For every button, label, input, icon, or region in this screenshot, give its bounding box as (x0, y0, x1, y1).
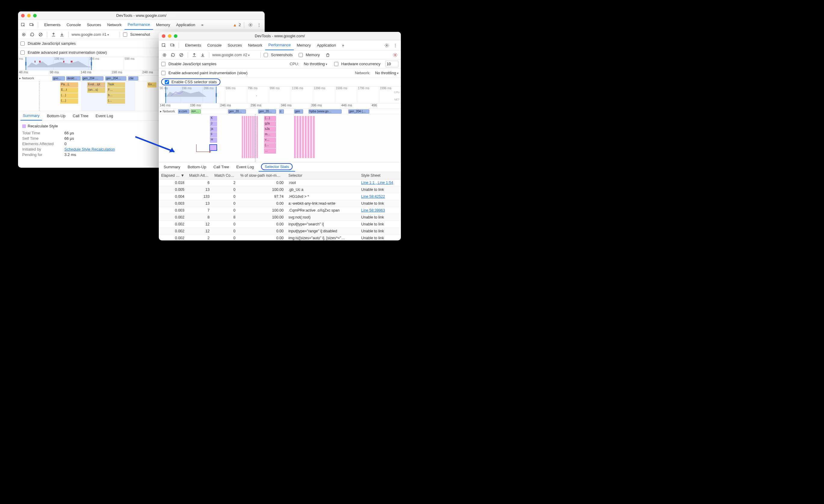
close-icon[interactable] (162, 34, 166, 38)
record-icon[interactable] (20, 31, 27, 38)
session-select[interactable]: www.google.com #2 (212, 52, 258, 57)
col-match-count[interactable]: Match Co… (212, 172, 238, 179)
screenshots-label: Screenshots (271, 52, 293, 57)
hw-concurrency-checkbox[interactable] (334, 62, 338, 66)
minimize-icon[interactable] (27, 14, 31, 17)
tab-sources[interactable]: Sources (84, 20, 104, 30)
table-row[interactable]: 0.005130100.00.gb_Uc aUnable to link (159, 186, 401, 193)
initiated-by-link[interactable]: Schedule Style Recalculation (64, 147, 115, 151)
settings-icon[interactable] (247, 22, 254, 28)
network-row[interactable]: ▸ Network e.com m=… gen_20… gen_20… c ge… (159, 109, 401, 114)
gc-icon[interactable] (324, 52, 331, 58)
tab-application[interactable]: Application (314, 40, 339, 50)
minimize-icon[interactable] (168, 34, 172, 38)
detail-tab-eventlog[interactable]: Event Log (234, 162, 256, 171)
table-row[interactable]: 0.0021200.00input[type="search" i]Unable… (159, 221, 401, 228)
reload-icon[interactable] (29, 31, 35, 38)
tab-elements[interactable]: Elements (41, 20, 64, 30)
device-icon[interactable] (169, 42, 176, 49)
screenshots-checkbox[interactable] (264, 53, 268, 57)
zoom-icon[interactable] (174, 34, 178, 38)
tab-memory[interactable]: Memory (294, 40, 314, 50)
overview-handle-right[interactable] (215, 87, 217, 103)
disable-js-label: Disable JavaScript samples (28, 41, 76, 46)
more-icon[interactable]: ⋮ (255, 22, 262, 28)
tab-elements[interactable]: Elements (182, 40, 204, 50)
disable-js-checkbox[interactable] (161, 62, 166, 66)
issues-count[interactable]: 2 (239, 22, 241, 27)
device-icon[interactable] (28, 22, 35, 28)
detail-tab-bottomup[interactable]: Bottom-Up (185, 162, 209, 171)
tab-network[interactable]: Network (104, 20, 125, 30)
summary-heading: Recalculate Style (28, 124, 58, 128)
tab-memory[interactable]: Memory (153, 20, 173, 30)
inspect-icon[interactable] (20, 22, 26, 28)
tab-overflow-icon[interactable]: » (198, 20, 206, 30)
tab-network[interactable]: Network (245, 40, 266, 50)
detail-tab-summary[interactable]: Summary (20, 111, 42, 121)
inspect-icon[interactable] (161, 42, 167, 49)
perf-settings-row-2: Enable advanced paint instrumentation (s… (159, 69, 401, 78)
tab-application[interactable]: Application (173, 20, 199, 30)
session-select[interactable]: www.google.com #1 (72, 32, 117, 37)
upload-icon[interactable] (191, 52, 198, 58)
cpu-throttle-select[interactable]: No throttling (304, 61, 327, 66)
memory-checkbox[interactable] (299, 53, 303, 57)
stylesheet-link[interactable]: Line 58:42522 (361, 195, 385, 199)
clear-icon[interactable] (178, 52, 185, 58)
detail-tab-eventlog[interactable]: Event Log (93, 111, 116, 121)
table-row[interactable]: 0.0031300.00a:-webkit-any-link:read-writ… (159, 200, 401, 207)
screenshots-checkbox[interactable] (123, 32, 127, 37)
more-icon[interactable]: ⋮ (392, 42, 399, 49)
tab-performance[interactable]: Performance (124, 20, 153, 30)
stylesheet-link[interactable]: Line 1:1 , Line 1:54 (361, 180, 393, 185)
table-row[interactable]: 0.00288100.00svg:not(:root)Unable to lin… (159, 214, 401, 221)
selector-stats-table[interactable]: Elapsed … ▼ Match Att… Match Co… % of sl… (159, 172, 401, 240)
detail-tab-calltree[interactable]: Call Tree (70, 111, 91, 121)
col-elapsed[interactable]: Elapsed … ▼ (159, 172, 187, 179)
table-row[interactable]: 0.00370100.00.CqmPRe:active .oXqZxc span… (159, 207, 401, 214)
paint-instr-checkbox[interactable] (20, 50, 25, 55)
close-icon[interactable] (21, 14, 25, 17)
table-row[interactable]: 0.002200.00img:is([sizes="auto" i], [siz… (159, 235, 401, 241)
col-slowpath[interactable]: % of slow-path non-m… (238, 172, 286, 179)
tab-sources[interactable]: Sources (225, 40, 245, 50)
detail-tab-selector-stats[interactable]: Selector Stats (259, 162, 295, 171)
col-stylesheet[interactable]: Style Sheet (359, 172, 401, 179)
hw-concurrency-input[interactable] (385, 61, 399, 67)
detail-tab-bottomup[interactable]: Bottom-Up (44, 111, 68, 121)
css-selector-stats-checkbox[interactable] (165, 80, 169, 84)
timeline-overview[interactable]: 96 ms196 ms 396 ms596 ms 796 ms996 ms 11… (159, 87, 401, 103)
capture-settings-icon[interactable] (392, 52, 399, 58)
overview-handle-right[interactable] (90, 57, 93, 70)
screenshots-label: Screenshot (130, 32, 150, 37)
detail-tab-summary[interactable]: Summary (161, 162, 183, 171)
clear-icon[interactable] (37, 31, 44, 38)
overview-handle-left[interactable] (165, 87, 167, 103)
download-icon[interactable] (59, 31, 65, 38)
table-row[interactable]: 0.0021200.00input[type="range" i]:disabl… (159, 228, 401, 235)
tab-performance[interactable]: Performance (265, 40, 294, 50)
network-throttle-select[interactable]: No throttling (375, 71, 399, 75)
col-match-attempts[interactable]: Match Att… (187, 172, 212, 179)
tab-console[interactable]: Console (64, 20, 84, 30)
record-icon[interactable] (161, 52, 168, 58)
main-tabs: Elements Console Sources Network Perform… (41, 20, 207, 30)
stylesheet-link[interactable]: Line 58:39963 (361, 208, 385, 213)
disable-js-checkbox[interactable] (20, 41, 25, 46)
upload-icon[interactable] (50, 31, 57, 38)
col-selector[interactable]: Selector (286, 172, 359, 179)
overview-handle-left[interactable] (25, 57, 27, 70)
tab-console[interactable]: Console (204, 40, 225, 50)
settings-icon[interactable] (384, 42, 390, 49)
tab-overflow-icon[interactable]: » (339, 40, 347, 50)
download-icon[interactable] (199, 52, 206, 58)
paint-instr-checkbox[interactable] (161, 71, 166, 75)
zoom-icon[interactable] (33, 14, 37, 17)
table-row[interactable]: 0.018620.00:rootLine 1:1 , Line 1:54 (159, 179, 401, 186)
flame-chart[interactable]: K J ja F H (…) gJa sJa m… v… (… … (159, 114, 401, 162)
warning-icon[interactable]: ▲ (233, 22, 237, 27)
detail-tab-calltree[interactable]: Call Tree (211, 162, 231, 171)
reload-icon[interactable] (170, 52, 176, 58)
table-row[interactable]: 0.004133097.74.HG1dvd > *Line 58:42522 (159, 193, 401, 200)
